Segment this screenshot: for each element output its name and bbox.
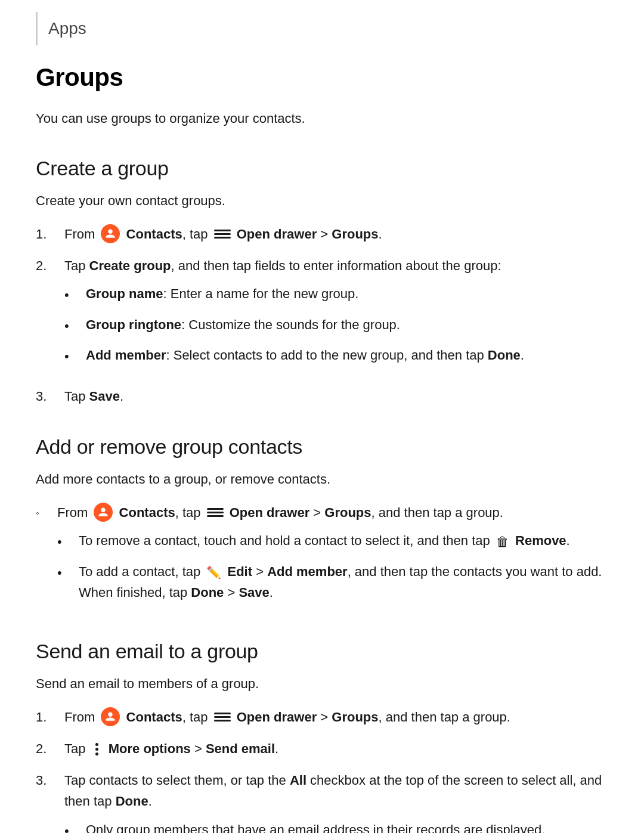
step-3-content: Tap Save. xyxy=(64,386,608,407)
contacts-icon-1 xyxy=(101,224,120,243)
step-2-number: 2. xyxy=(36,255,64,276)
more-options-label: More options xyxy=(109,741,191,756)
circle-content-1: From Contacts, tap Open drawer > Groups,… xyxy=(57,502,608,611)
save-label-1: Save xyxy=(89,389,120,404)
create-group-label: Create group xyxy=(89,258,171,273)
edit-label: Edit xyxy=(228,564,253,579)
contacts-label-3: Contacts xyxy=(126,710,182,724)
open-drawer-label-2: Open drawer xyxy=(230,505,309,520)
save-label-2: Save xyxy=(239,585,269,600)
send-email-label: Send email xyxy=(206,741,275,756)
bullet-dot-4: • xyxy=(57,530,79,552)
page-title: Groups xyxy=(36,63,608,92)
open-drawer-label-1: Open drawer xyxy=(237,227,317,241)
bullet-dot-5: • xyxy=(57,561,79,583)
add-member-label: Add member xyxy=(86,348,166,363)
breadcrumb: Apps xyxy=(36,12,608,45)
bullet-group-ringtone: • Group ringtone: Customize the sounds f… xyxy=(64,314,608,336)
create-group-steps: 1. From Contacts, tap Open drawer > Gro xyxy=(36,224,608,407)
circle-dot-1: ◦ xyxy=(36,502,57,521)
menu-icon-1 xyxy=(214,227,231,240)
email-step-3-bullets: • Only group members that have an email … xyxy=(64,819,608,833)
edit-icon: ✏️ xyxy=(206,563,221,582)
section-create-group: Create a group Create your own contact g… xyxy=(36,157,608,407)
main-content: Groups You can use groups to organize yo… xyxy=(0,63,644,833)
bullet-dot-1: • xyxy=(64,283,86,305)
send-email-steps: 1. From Contacts, tap Open drawer > Gro xyxy=(36,707,608,833)
email-step-1-content: From Contacts, tap Open drawer > Groups,… xyxy=(64,707,608,727)
step-2-bullets: • Group name: Enter a name for the new g… xyxy=(64,283,608,367)
email-step-1: 1. From Contacts, tap Open drawer > Gro xyxy=(36,707,608,727)
section-heading-send-email: Send an email to a group xyxy=(36,640,608,663)
add-member-label-2: Add member xyxy=(267,564,347,579)
bullet-content-2: Group ringtone: Customize the sounds for… xyxy=(86,314,608,335)
groups-label-2: Groups xyxy=(324,505,371,520)
bullet-add-member: • Add member: Select contacts to add to … xyxy=(64,345,608,367)
add-remove-circle-item: ◦ From Contacts, tap Open drawer > Group… xyxy=(36,502,608,611)
section-heading-add-remove: Add or remove group contacts xyxy=(36,435,608,459)
step-1-number: 1. xyxy=(36,224,64,244)
menu-icon-2 xyxy=(207,506,224,519)
contacts-label-2: Contacts xyxy=(119,505,175,520)
section-intro-create: Create your own contact groups. xyxy=(36,191,608,210)
contacts-icon-3 xyxy=(101,707,120,726)
bullet-group-name: • Group name: Enter a name for the new g… xyxy=(64,283,608,305)
menu-icon-3 xyxy=(214,710,231,723)
step-2-content: Tap Create group, and then tap fields to… xyxy=(64,255,608,375)
all-label: All xyxy=(290,773,306,788)
bullet-content-3: Add member: Select contacts to add to th… xyxy=(86,345,608,366)
bullet-content-6: Only group members that have an email ad… xyxy=(86,819,608,833)
step-3-number: 3. xyxy=(36,386,64,407)
page-container: Apps Groups You can use groups to organi… xyxy=(0,12,644,833)
step-2: 2. Tap Create group, and then tap fields… xyxy=(36,255,608,375)
group-name-label: Group name xyxy=(86,286,163,301)
trash-icon: 🗑 xyxy=(496,531,509,552)
email-step-3-content: Tap contacts to select them, or tap the … xyxy=(64,770,608,833)
done-label-2: Done xyxy=(191,585,224,600)
step-1: 1. From Contacts, tap Open drawer > Gro xyxy=(36,224,608,244)
section-intro-add-remove: Add more contacts to a group, or remove … xyxy=(36,469,608,489)
bullet-add-contact: • To add a contact, tap ✏️ Edit > Add me… xyxy=(57,561,608,603)
remove-label: Remove xyxy=(515,533,566,548)
apps-label: Apps xyxy=(48,19,86,38)
contacts-icon-2 xyxy=(94,503,113,522)
open-drawer-label-3: Open drawer xyxy=(237,710,317,724)
bullet-content-4: To remove a contact, touch and hold a co… xyxy=(79,530,608,552)
email-step-3-number: 3. xyxy=(36,770,64,791)
section-heading-create: Create a group xyxy=(36,157,608,180)
groups-label-1: Groups xyxy=(332,227,378,241)
done-label-1: Done xyxy=(488,348,521,363)
email-step-1-number: 1. xyxy=(36,707,64,727)
bullet-content-5: To add a contact, tap ✏️ Edit > Add memb… xyxy=(79,561,608,603)
contacts-label-1: Contacts xyxy=(126,227,182,241)
bullet-dot-3: • xyxy=(64,345,86,367)
add-remove-bullets: • To remove a contact, touch and hold a … xyxy=(57,530,608,603)
bullet-email-note: • Only group members that have an email … xyxy=(64,819,608,833)
section-intro-send-email: Send an email to members of a group. xyxy=(36,674,608,693)
bullet-remove-contact: • To remove a contact, touch and hold a … xyxy=(57,530,608,552)
email-step-2: 2. Tap More options > Send email. xyxy=(36,738,608,759)
bullet-dot-6: • xyxy=(64,819,86,833)
bullet-content-1: Group name: Enter a name for the new gro… xyxy=(86,283,608,304)
group-ringtone-label: Group ringtone xyxy=(86,317,181,332)
bullet-dot-2: • xyxy=(64,314,86,336)
groups-label-3: Groups xyxy=(332,710,378,724)
email-step-3: 3. Tap contacts to select them, or tap t… xyxy=(36,770,608,833)
done-label-3: Done xyxy=(116,794,148,809)
step-3: 3. Tap Save. xyxy=(36,386,608,407)
step-1-content: From Contacts, tap Open drawer > Groups. xyxy=(64,224,608,244)
email-step-2-number: 2. xyxy=(36,738,64,759)
intro-text: You can use groups to organize your cont… xyxy=(36,109,608,128)
section-send-email: Send an email to a group Send an email t… xyxy=(36,640,608,833)
section-add-remove: Add or remove group contacts Add more co… xyxy=(36,435,608,611)
dots-icon xyxy=(91,741,104,757)
email-step-2-content: Tap More options > Send email. xyxy=(64,738,608,759)
